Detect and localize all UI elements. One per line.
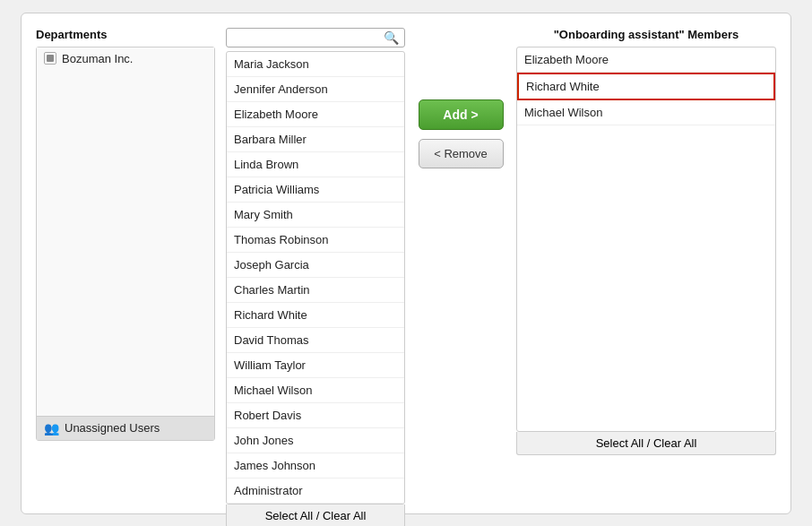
user-list-item[interactable]: Administrator: [227, 479, 404, 504]
dept-item-bozuman[interactable]: Bozuman Inc.: [37, 47, 214, 70]
user-list-item[interactable]: Elizabeth Moore: [227, 102, 404, 127]
user-list-item[interactable]: James Johnson: [227, 453, 404, 479]
user-list-item[interactable]: Linda Brown: [227, 152, 404, 177]
user-list-box[interactable]: Maria JacksonJennifer AndersonElizabeth …: [226, 51, 405, 504]
users-select-all-bar[interactable]: Select All / Clear All: [226, 504, 405, 527]
members-select-all-bar[interactable]: Select All / Clear All: [516, 432, 776, 455]
org-icon-inner: [47, 55, 54, 62]
unassigned-label: Unassigned Users: [65, 421, 160, 435]
members-panel: "Onboarding assistant" Members Elizabeth…: [516, 28, 776, 455]
add-button[interactable]: Add >: [419, 99, 504, 130]
member-list-item[interactable]: Elizabeth Moore: [517, 47, 775, 73]
user-list-item[interactable]: Joseph Garcia: [227, 253, 404, 278]
remove-button[interactable]: < Remove: [419, 139, 504, 168]
org-icon: [44, 52, 56, 65]
user-list-item[interactable]: Richard White: [227, 303, 404, 328]
user-list-item[interactable]: Patricia Williams: [227, 177, 404, 203]
search-input[interactable]: [232, 30, 384, 44]
user-list-item[interactable]: William Taylor: [227, 353, 404, 378]
main-container: Departments Bozuman Inc. 👥 Unassigned Us…: [21, 13, 791, 514]
member-list-box[interactable]: Elizabeth MooreRichard WhiteMichael Wils…: [516, 47, 776, 432]
user-list-item[interactable]: Maria Jackson: [227, 52, 404, 77]
members-title: "Onboarding assistant" Members: [516, 28, 776, 41]
user-list-item[interactable]: Thomas Robinson: [227, 228, 404, 253]
user-list-item[interactable]: David Thomas: [227, 328, 404, 353]
unassigned-users-item[interactable]: 👥 Unassigned Users: [37, 416, 214, 440]
user-list-item[interactable]: Robert Davis: [227, 403, 404, 428]
member-list-item[interactable]: Richard White: [517, 73, 775, 100]
user-list-item[interactable]: John Jones: [227, 428, 404, 453]
dept-list: Bozuman Inc. 👥 Unassigned Users: [36, 47, 215, 441]
search-button[interactable]: 🔍: [384, 30, 399, 45]
user-list-item[interactable]: Jennifer Anderson: [227, 77, 404, 102]
user-list-item[interactable]: Mary Smith: [227, 203, 404, 228]
users-icon: 👥: [44, 421, 59, 435]
dept-item-label: Bozuman Inc.: [62, 52, 134, 65]
member-list-item[interactable]: Michael Wilson: [517, 100, 775, 125]
departments-title: Departments: [36, 28, 215, 41]
search-bar: 🔍: [226, 28, 405, 47]
user-list-item[interactable]: Barbara Miller: [227, 127, 404, 152]
user-list-item[interactable]: Michael Wilson: [227, 378, 404, 403]
departments-panel: Departments Bozuman Inc. 👥 Unassigned Us…: [36, 28, 215, 441]
user-list-item[interactable]: Charles Martin: [227, 278, 404, 303]
users-panel: 🔍 Maria JacksonJennifer AndersonElizabet…: [226, 28, 405, 527]
action-buttons: Add > < Remove: [416, 28, 505, 168]
